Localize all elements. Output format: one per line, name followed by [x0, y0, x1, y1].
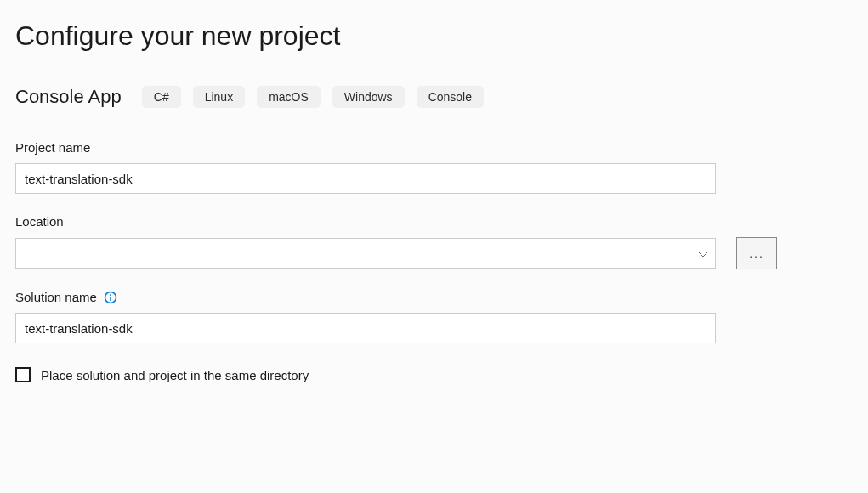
- solution-name-group: Solution name: [15, 290, 853, 343]
- svg-point-1: [110, 294, 111, 296]
- template-name: Console App: [15, 86, 122, 108]
- tag-console: Console: [417, 86, 484, 108]
- solution-name-input[interactable]: [15, 313, 716, 343]
- same-directory-row: Place solution and project in the same d…: [15, 367, 853, 382]
- location-group: Location ...: [15, 214, 853, 269]
- tag-csharp: C#: [142, 86, 181, 108]
- project-name-label: Project name: [15, 140, 853, 155]
- same-directory-checkbox[interactable]: [15, 367, 31, 382]
- template-row: Console App C# Linux macOS Windows Conso…: [15, 86, 853, 108]
- browse-button[interactable]: ...: [736, 237, 777, 269]
- svg-rect-2: [110, 297, 111, 301]
- info-icon[interactable]: [104, 291, 117, 304]
- tag-windows: Windows: [332, 86, 405, 108]
- same-directory-label[interactable]: Place solution and project in the same d…: [41, 368, 309, 382]
- solution-name-label: Solution name: [15, 290, 97, 304]
- project-name-input[interactable]: [15, 163, 716, 194]
- tag-macos: macOS: [257, 86, 321, 108]
- page-title: Configure your new project: [15, 20, 853, 52]
- project-name-group: Project name: [15, 140, 853, 194]
- location-input[interactable]: [15, 238, 716, 269]
- tag-linux: Linux: [193, 86, 245, 108]
- location-label: Location: [15, 214, 853, 229]
